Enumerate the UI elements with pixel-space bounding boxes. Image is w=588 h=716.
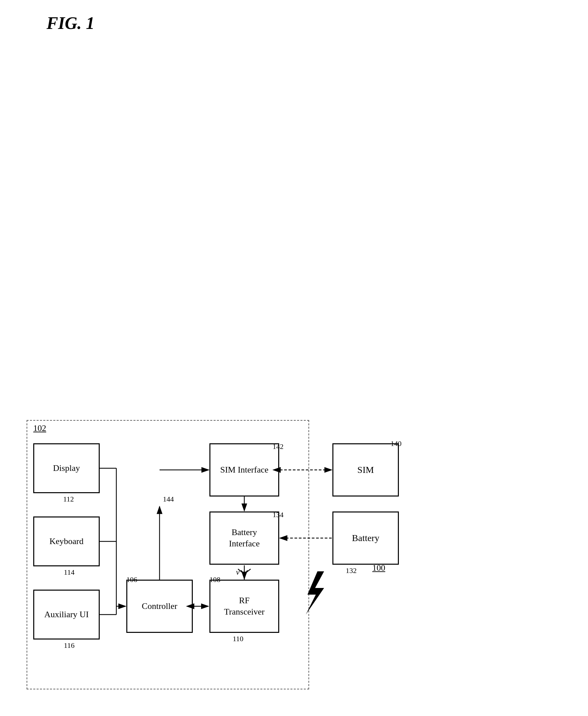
- sim-interface-r: SIM Interface: [209, 443, 279, 496]
- ref-134-r: 134: [273, 510, 284, 519]
- svg-marker-55: [306, 571, 324, 615]
- battery-box-r: Battery: [332, 511, 399, 565]
- ref-100-r: 100: [372, 563, 385, 573]
- keyboard-box-r: Keyboard: [33, 516, 100, 566]
- sim-box-r: SIM: [332, 443, 399, 496]
- diagram1-rebuilt: 102 Display 112 Keyboard 114 Auxiliary U…: [10, 417, 559, 706]
- ref-114-r: 114: [64, 568, 75, 577]
- ref-140-r: 140: [391, 439, 401, 448]
- rf-transceiver-r: RFTransceiver: [209, 580, 279, 633]
- ref-108-r: 108: [209, 575, 220, 584]
- lightning-r: [299, 570, 332, 616]
- display-box-r: Display: [33, 443, 100, 493]
- figure-title: FIG. 1: [46, 13, 568, 33]
- ref-132-r: 132: [346, 566, 357, 575]
- controller-box-r: Controller: [126, 580, 193, 633]
- diagram2-rebuilt: 104 MSC/VLR 122 HLR 132 SGSN 126 GGSN 12…: [10, 713, 559, 716]
- label-102: 102: [33, 423, 46, 433]
- ref-110-r: 110: [233, 635, 243, 643]
- ref-116-r: 116: [64, 641, 75, 650]
- ref-112-r: 112: [63, 495, 74, 504]
- ref-142-r: 142: [273, 442, 284, 451]
- d2-arrows-r: [10, 713, 542, 716]
- auxui-box-r: Auxiliary UI: [33, 590, 100, 639]
- ref-106-r: 106: [126, 575, 137, 584]
- battery-interface-r: BatteryInterface: [209, 511, 279, 565]
